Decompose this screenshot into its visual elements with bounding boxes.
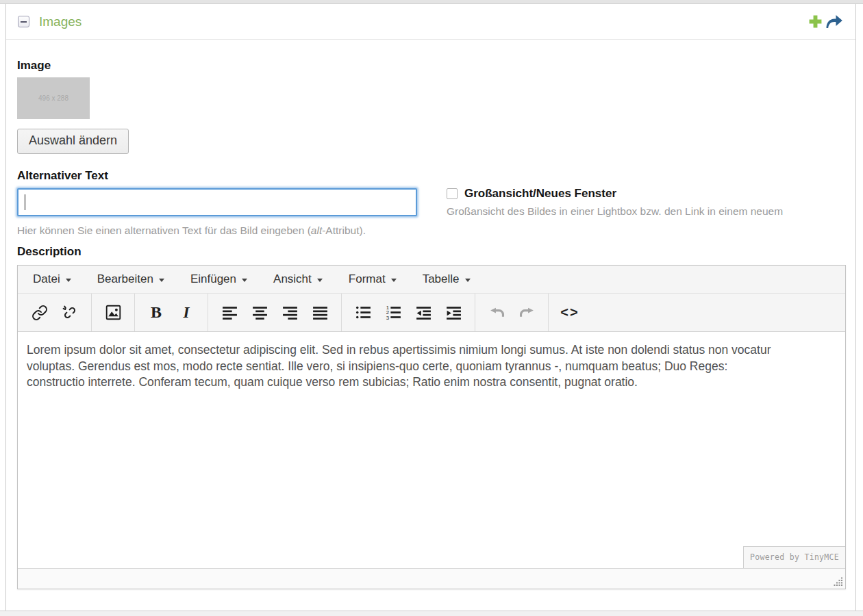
alt-text-help: Hier können Sie einen alternativen Text … [17, 224, 417, 237]
italic-button[interactable]: I [173, 299, 200, 326]
chevron-down-icon [391, 279, 397, 282]
image-dimensions-text: 496 x 288 [38, 94, 68, 102]
editor-content-area[interactable]: Lorem ipsum dolor sit amet, consectetur … [18, 332, 845, 568]
lightbox-help: Großansicht des Bildes in einer Lightbox… [447, 205, 783, 218]
add-record-button[interactable] [808, 14, 823, 29]
richtext-editor: Datei Bearbeiten Einfügen Ansicht Format… [17, 265, 846, 589]
bullet-list-icon [355, 304, 372, 321]
align-right-icon [282, 304, 299, 321]
editor-toolbar: B I [18, 294, 845, 332]
lightbox-checkbox[interactable] [447, 188, 458, 199]
indent-button[interactable] [440, 299, 467, 326]
align-left-icon [221, 304, 238, 321]
toolbar-separator [208, 294, 208, 331]
align-center-button[interactable] [246, 299, 273, 326]
insert-image-button[interactable] [99, 299, 127, 326]
editor-paragraph: Lorem ipsum dolor sit amet, consectetur … [27, 342, 780, 391]
chevron-down-icon [159, 279, 164, 282]
section-actions [808, 14, 843, 29]
resize-grip-icon[interactable] [834, 577, 842, 586]
tinymce-branding-badge[interactable]: Powered by TinyMCE [743, 546, 845, 569]
redo-icon [518, 304, 536, 321]
source-code-button[interactable]: <> [556, 299, 584, 326]
alt-text-label: Alternativer Text [17, 169, 417, 183]
change-selection-button[interactable]: Auswahl ändern [17, 129, 129, 154]
align-justify-icon [312, 304, 329, 321]
synchronize-button[interactable] [825, 14, 843, 29]
svg-text:3: 3 [386, 315, 388, 321]
menu-datei[interactable]: Datei [20, 266, 84, 293]
alt-text-input-wrap [17, 188, 417, 216]
section-content: Image 496 x 288 Auswahl ändern Alternati… [6, 59, 855, 589]
chevron-down-icon [465, 279, 471, 282]
images-section-panel: Images Image 496 x 288 Auswahl ändern [5, 4, 856, 611]
toolbar-separator [548, 294, 549, 331]
bold-button[interactable]: B [142, 299, 170, 326]
images-section-header: Images [6, 4, 855, 40]
align-justify-button[interactable] [306, 299, 334, 326]
chevron-down-icon [66, 279, 71, 282]
link-icon [32, 305, 48, 321]
menu-tabelle[interactable]: Tabelle [410, 266, 484, 293]
align-left-button[interactable] [216, 299, 243, 326]
outdent-icon [415, 304, 432, 321]
menu-bearbeiten[interactable]: Bearbeiten [84, 266, 177, 293]
lightbox-checkbox-label[interactable]: Großansicht/Neues Fenster [464, 187, 616, 201]
align-center-icon [251, 304, 268, 321]
plus-icon [808, 14, 823, 29]
fields-row: Alternativer Text Hier können Sie einen … [17, 169, 845, 237]
next-section-edge [0, 611, 863, 616]
text-cursor [25, 194, 25, 210]
toolbar-separator [475, 294, 475, 331]
image-field-label: Image [17, 59, 845, 73]
image-thumbnail[interactable]: 496 x 288 [17, 77, 90, 119]
unlink-icon [62, 305, 78, 321]
lightbox-checkbox-row: Großansicht/Neues Fenster [447, 187, 783, 201]
section-title: Images [39, 14, 82, 29]
alt-text-column: Alternativer Text Hier können Sie einen … [17, 169, 417, 237]
toolbar-separator [91, 294, 92, 331]
curved-arrow-icon [825, 14, 843, 29]
link-button[interactable] [26, 299, 53, 326]
toolbar-separator [341, 294, 342, 331]
menu-format[interactable]: Format [336, 266, 410, 293]
bullet-list-button[interactable] [349, 299, 377, 326]
undo-button [483, 299, 510, 326]
toolbar-separator [134, 294, 135, 331]
editor-statusbar [18, 568, 845, 589]
description-field-label: Description [17, 245, 845, 259]
undo-icon [488, 304, 505, 321]
chevron-down-icon [242, 279, 247, 282]
collapse-section-button[interactable] [18, 16, 29, 27]
numbered-list-button[interactable]: 1 2 3 [379, 299, 407, 326]
minus-icon [21, 21, 27, 23]
image-icon [105, 304, 122, 321]
indent-icon [445, 304, 462, 321]
chevron-down-icon [317, 279, 323, 282]
redo-button [513, 299, 540, 326]
unlink-button[interactable] [56, 299, 84, 326]
align-right-button[interactable] [276, 299, 303, 326]
menu-einfuegen[interactable]: Einfügen [177, 266, 260, 293]
outdent-button[interactable] [410, 299, 437, 326]
alt-text-input[interactable] [17, 188, 417, 216]
editor-menubar: Datei Bearbeiten Einfügen Ansicht Format… [18, 266, 845, 294]
lightbox-column: Großansicht/Neues Fenster Großansicht de… [447, 169, 783, 218]
numbered-list-icon: 1 2 3 [385, 304, 402, 321]
menu-ansicht[interactable]: Ansicht [260, 266, 336, 293]
